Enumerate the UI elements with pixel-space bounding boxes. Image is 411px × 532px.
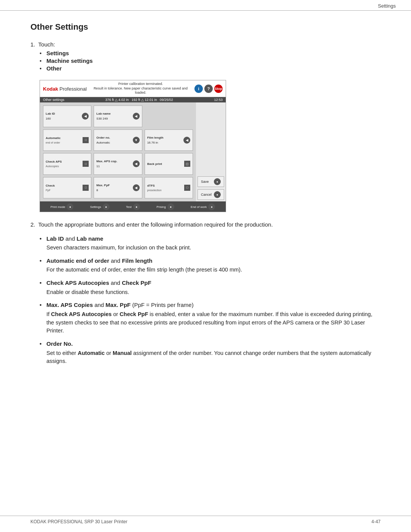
- check-aps-checkbox[interactable]: □: [83, 161, 89, 167]
- bullet-settings: Settings: [40, 50, 381, 56]
- save-button[interactable]: Save ●: [198, 176, 224, 187]
- status-center: 376 ft △ 4.02 in 192 ft △ 12.01 in 09/25…: [105, 98, 173, 102]
- help-icon[interactable]: ?: [204, 85, 213, 93]
- film-length-nav[interactable]: ◀: [183, 137, 190, 144]
- toolbar-settings[interactable]: Settings ●: [90, 203, 110, 210]
- settings-icon: ●: [103, 203, 110, 210]
- footer-left: KODAK PROFESSIONAL SRP 30 Laser Printer: [30, 519, 127, 524]
- screen-right-actions: Save ● Cancel ●: [196, 102, 226, 201]
- field-lab-name[interactable]: Lab name S30 249 ◀: [94, 105, 142, 127]
- bullet-check-aps-ppf: Check APS Autocopies and Check PpF Enabl…: [40, 279, 381, 296]
- bullet-machine-settings: Machine settings: [40, 58, 381, 64]
- lab-id-nav[interactable]: ◀: [82, 113, 89, 120]
- back-print-checkbox[interactable]: ◫: [184, 161, 190, 167]
- field-dtfs[interactable]: dTFS preselection □: [145, 177, 193, 199]
- field-max-ppf[interactable]: Max. PpF 8 ◀: [94, 177, 142, 199]
- header-title: Settings: [378, 3, 396, 9]
- empty-field-1: [145, 105, 193, 127]
- main-content: Other Settings 1. Touch: Settings Machin…: [0, 11, 411, 395]
- toolbar-prising[interactable]: Prising ●: [156, 203, 174, 210]
- bullet-other: Other: [40, 65, 381, 72]
- end-of-work-icon: ●: [208, 203, 215, 210]
- step-1: 1. Touch: Settings Machine settings Othe…: [30, 41, 381, 72]
- screen-mockup: Kodak Professional Printer calibration t…: [40, 80, 226, 212]
- field-film-length[interactable]: Film length 16.76 in ◀: [145, 129, 193, 151]
- info-icon[interactable]: i: [194, 85, 203, 93]
- screen-topbar: Kodak Professional Printer calibration t…: [40, 80, 226, 97]
- screen-toolbar: Print mode ● Settings ● Test ● Prising ●…: [40, 201, 226, 212]
- footer-right: 4-47: [371, 519, 381, 524]
- auto-end-checkbox[interactable]: □: [83, 137, 89, 143]
- step2-bullets: Lab ID and Lab name Seven characters max…: [40, 235, 381, 366]
- screen-body: Lab ID 160 ◀ Lab name S30 249 ◀: [40, 102, 226, 201]
- toolbar-end-of-work[interactable]: End of work ●: [191, 203, 215, 210]
- toolbar-test[interactable]: Test ●: [126, 203, 140, 210]
- page-header: Settings: [0, 0, 411, 11]
- field-back-print[interactable]: Back print ◫: [145, 153, 193, 175]
- field-auto-end-order[interactable]: Automatic end of order □: [43, 129, 91, 151]
- stop-button[interactable]: Stop: [214, 85, 223, 93]
- check-ppf-checkbox[interactable]: □: [83, 185, 89, 191]
- field-order-no[interactable]: Order no. Automatic ▼: [94, 129, 142, 151]
- print-mode-icon: ●: [67, 203, 73, 210]
- topbar-message: Printer calibration terminated.Result in…: [87, 82, 194, 95]
- save-icon: ●: [214, 178, 221, 185]
- prising-icon: ●: [167, 203, 174, 210]
- step1-label: 1. Touch:: [30, 41, 381, 48]
- status-right: 12:53: [214, 98, 223, 102]
- screen-statusbar: Other settings 376 ft △ 4.02 in 192 ft △…: [40, 97, 226, 102]
- lab-name-nav[interactable]: ◀: [133, 113, 140, 120]
- field-lab-id[interactable]: Lab ID 160 ◀: [43, 105, 91, 127]
- max-aps-nav[interactable]: ◀: [133, 160, 140, 167]
- field-check-aps[interactable]: Check APS Autocopies □: [43, 153, 91, 175]
- section-title: Other Settings: [30, 22, 381, 32]
- screen-fields: Lab ID 160 ◀ Lab name S30 249 ◀: [40, 102, 196, 201]
- dtfs-checkbox[interactable]: □: [184, 185, 190, 191]
- test-icon: ●: [133, 203, 140, 210]
- kodak-logo: Kodak Professional: [43, 85, 87, 92]
- field-max-aps[interactable]: Max. APS cop. 11 ◀: [94, 153, 142, 175]
- bullet-lab-id-name: Lab ID and Lab name Seven characters max…: [40, 235, 381, 252]
- order-no-nav[interactable]: ▼: [133, 137, 140, 144]
- step1-bullets: Settings Machine settings Other: [40, 50, 381, 72]
- step-2: 2. Touch the appropriate buttons and ent…: [30, 220, 381, 366]
- status-left: Other settings: [43, 98, 64, 102]
- max-ppf-nav[interactable]: ◀: [133, 184, 140, 191]
- field-check-ppf[interactable]: Check PpF □: [43, 177, 91, 199]
- page-footer: KODAK PROFESSIONAL SRP 30 Laser Printer …: [0, 516, 411, 524]
- bullet-auto-end-film: Automatic end of order and Film length F…: [40, 257, 381, 274]
- toolbar-print-mode[interactable]: Print mode ●: [51, 203, 74, 210]
- cancel-button[interactable]: Cancel ●: [198, 189, 224, 200]
- cancel-icon: ●: [214, 191, 221, 198]
- step2-intro: 2. Touch the appropriate buttons and ent…: [30, 220, 381, 229]
- bullet-max-aps-ppf: Max. APS Copies and Max. PpF (PpF = Prin…: [40, 301, 381, 335]
- topbar-icons: i ? Stop: [194, 85, 223, 93]
- bullet-order-no: Order No. Set to either Automatic or Man…: [40, 340, 381, 366]
